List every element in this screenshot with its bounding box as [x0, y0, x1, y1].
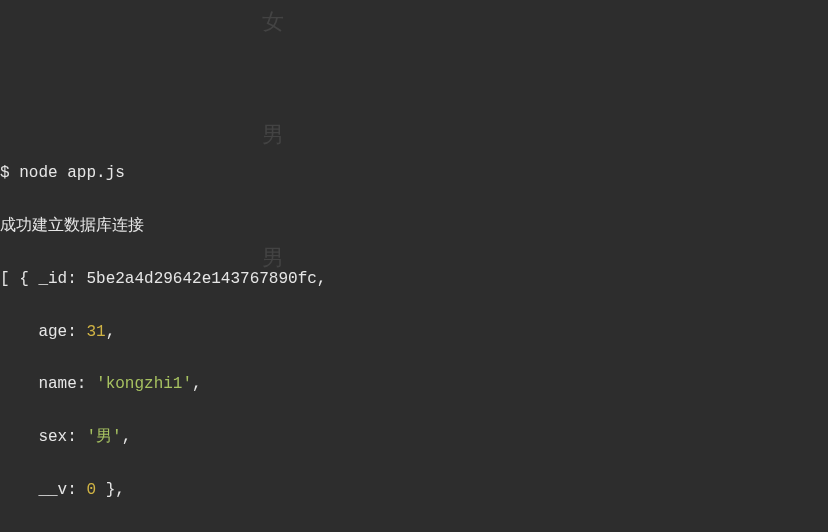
- v-value: 0: [86, 481, 96, 499]
- output-line: __v: 0 },: [0, 477, 828, 503]
- output-line: [ { _id: 5be2a4d29642e143767890fc,: [0, 266, 828, 292]
- name-value: 'kongzhi1': [96, 375, 192, 393]
- command-text: node app.js: [19, 164, 125, 182]
- output-line: name: 'kongzhi1',: [0, 371, 828, 397]
- watermark-text: 男: [262, 117, 284, 153]
- id-value: 5be2a4d29642e143767890fc: [86, 270, 316, 288]
- id-label: _id:: [38, 270, 76, 288]
- connection-message: 成功建立数据库连接: [0, 213, 828, 239]
- age-label: age:: [38, 323, 76, 341]
- name-label: name:: [38, 375, 86, 393]
- age-value: 31: [86, 323, 105, 341]
- sex-label: sex:: [38, 428, 76, 446]
- output-line: age: 31,: [0, 319, 828, 345]
- sex-value: '男': [86, 428, 121, 446]
- terminal-output: 女 男 男 $ node app.js 成功建立数据库连接 [ { _id: 5…: [0, 0, 828, 532]
- prompt-symbol: $: [0, 164, 10, 182]
- watermark-text: 女: [262, 4, 284, 40]
- v-label: __v:: [38, 481, 76, 499]
- output-line: sex: '男',: [0, 424, 828, 450]
- command-line: $ node app.js: [0, 160, 828, 186]
